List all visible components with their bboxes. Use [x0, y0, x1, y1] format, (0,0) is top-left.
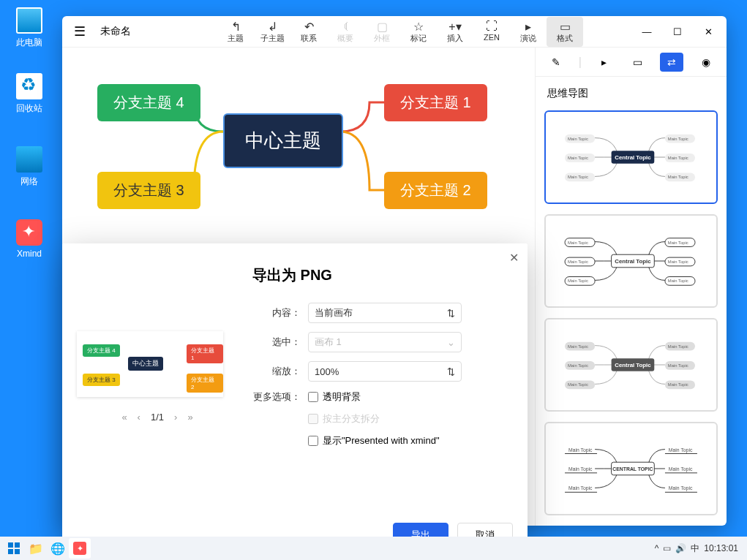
clock[interactable]: 10:13:01: [704, 543, 738, 553]
export-preview: 中心主题 分支主题 1 分支主题 2 分支主题 3 分支主题 4 « ‹ 1/1…: [77, 265, 238, 512]
xmind-taskbar-icon[interactable]: ✦: [69, 538, 91, 559]
branch-node-1[interactable]: 分支主题 1: [384, 84, 487, 121]
window-controls: — ☐ ✕: [631, 20, 724, 43]
svg-text:Main Topic: Main Topic: [668, 260, 688, 264]
recycle-icon: [16, 73, 42, 99]
tray-chevron-icon[interactable]: ^: [655, 543, 659, 553]
brush-tab[interactable]: ✎: [544, 53, 568, 72]
note-tab[interactable]: ▭: [626, 53, 650, 72]
tool-icon: +▾: [448, 20, 461, 33]
toolbar-标记[interactable]: ☆标记: [400, 17, 437, 47]
tool-icon: ☆: [413, 20, 424, 33]
desktop-recycle-bin[interactable]: 回收站: [7, 73, 51, 115]
svg-text:Main Topic: Main Topic: [568, 175, 588, 179]
svg-text:Central Topic: Central Topic: [615, 258, 651, 265]
tray-network-icon[interactable]: ▭: [663, 543, 671, 553]
pager-prev-icon[interactable]: ‹: [138, 412, 140, 423]
desktop-label: Xmind: [7, 249, 51, 259]
svg-text:Main Topic: Main Topic: [668, 156, 688, 160]
svg-text:Main Topic: Main Topic: [668, 137, 688, 141]
document-title: 未命名: [100, 25, 188, 38]
selected-select: 画布 1⌄: [308, 332, 462, 352]
desktop-label: 此电脑: [7, 37, 51, 49]
structure-tab[interactable]: ⇄: [660, 53, 683, 72]
tool-icon: ▢: [377, 20, 388, 33]
content-select[interactable]: 当前画布⇅: [308, 303, 462, 323]
start-button[interactable]: [3, 538, 25, 559]
toolbar-ZEN[interactable]: ⛶ZEN: [473, 17, 510, 47]
pager-last-icon[interactable]: »: [187, 412, 192, 423]
network-icon: [16, 146, 42, 173]
branch-node-2[interactable]: 分支主题 2: [384, 172, 487, 209]
preview-center: 中心主题: [128, 357, 163, 371]
preview-b3: 分支主题 3: [83, 374, 120, 386]
template-option[interactable]: Main TopicMain TopicMain TopicMain Topic…: [544, 214, 718, 308]
monitor-icon: [16, 7, 42, 34]
center-topic-node[interactable]: 中心主题: [223, 113, 343, 168]
svg-text:Main Topic: Main Topic: [568, 137, 588, 141]
svg-text:Main Topic: Main Topic: [568, 466, 593, 472]
svg-text:Main Topic: Main Topic: [568, 344, 588, 349]
toolbar: ↰主题↲子主题↶联系⟬概要▢外框☆标记+▾插入⛶ZEN▸演说▭格式: [217, 17, 583, 47]
transparent-bg-checkbox[interactable]: 透明背景: [308, 390, 361, 404]
preview-b4: 分支主题 4: [83, 344, 120, 357]
svg-text:Main Topic: Main Topic: [668, 363, 688, 368]
toolbar-外框: ▢外框: [364, 17, 400, 47]
preview-b1: 分支主题 1: [187, 344, 223, 363]
edge-taskbar-icon[interactable]: 🌐: [47, 538, 69, 559]
ime-indicator[interactable]: 中: [691, 542, 699, 555]
toolbar-格式[interactable]: ▭格式: [547, 17, 583, 47]
updown-icon: ⇅: [447, 366, 455, 377]
toolbar-主题[interactable]: ↰主题: [217, 17, 254, 47]
desktop-label: 回收站: [7, 102, 51, 115]
pager-next-icon[interactable]: ›: [174, 412, 177, 423]
svg-text:Main Topic: Main Topic: [668, 344, 688, 349]
tool-icon: ▭: [560, 20, 571, 33]
content-area: 中心主题 分支主题 1 分支主题 2 分支主题 3 分支主题 4 ✎ | ▸ ▭…: [62, 48, 727, 526]
minimize-button[interactable]: —: [631, 20, 662, 43]
preview-pager: « ‹ 1/1 › »: [77, 412, 238, 423]
pager-first-icon[interactable]: «: [121, 412, 127, 423]
desktop-this-pc[interactable]: 此电脑: [7, 7, 51, 49]
svg-text:Main Topic: Main Topic: [669, 466, 693, 472]
tray-volume-icon[interactable]: 🔊: [675, 543, 686, 553]
svg-rect-58: [8, 549, 13, 554]
svg-text:Main Topic: Main Topic: [668, 382, 688, 387]
play-tab[interactable]: ▸: [592, 53, 615, 72]
panel-tabs: ✎ | ▸ ▭ ⇄ ◉: [536, 48, 727, 77]
zoom-select[interactable]: 100%⇅: [308, 361, 462, 382]
tool-icon: ↰: [231, 20, 241, 33]
dialog-close-button[interactable]: ✕: [509, 251, 519, 265]
template-list: Main TopicMain TopicMain TopicMain Topic…: [536, 110, 727, 526]
template-option[interactable]: Main TopicMain TopicMain TopicMain Topic…: [544, 318, 718, 412]
toolbar-概要: ⟬概要: [327, 17, 364, 47]
template-option[interactable]: Main TopicMain TopicMain TopicMain Topic…: [544, 422, 718, 515]
svg-text:Main Topic: Main Topic: [668, 279, 688, 283]
chevron-down-icon: ⌄: [447, 337, 455, 348]
template-option[interactable]: Main TopicMain TopicMain TopicMain Topic…: [544, 110, 718, 204]
desktop-label: 网络: [7, 175, 51, 188]
split-branches-checkbox: 按主分支拆分: [308, 412, 380, 425]
pager-position: 1/1: [151, 412, 164, 423]
explorer-taskbar-icon[interactable]: 📁: [25, 538, 47, 559]
presented-with-checkbox[interactable]: 显示"Presented with xmind": [308, 434, 440, 447]
desktop-network[interactable]: 网络: [7, 146, 51, 188]
toolbar-插入[interactable]: +▾插入: [437, 17, 473, 47]
menu-button[interactable]: ☰: [65, 23, 94, 39]
svg-text:Central Topic: Central Topic: [615, 362, 651, 368]
svg-text:Main Topic: Main Topic: [568, 485, 593, 491]
style-tab[interactable]: ◉: [694, 53, 718, 72]
toolbar-演说[interactable]: ▸演说: [510, 17, 547, 47]
toolbar-联系[interactable]: ↶联系: [290, 17, 327, 47]
desktop-xmind[interactable]: Xmind: [7, 219, 51, 259]
close-button[interactable]: ✕: [693, 20, 724, 43]
tool-icon: ↲: [268, 20, 277, 33]
svg-text:Central Topic: Central Topic: [615, 154, 651, 161]
svg-text:Main Topic: Main Topic: [568, 447, 593, 453]
maximize-button[interactable]: ☐: [662, 20, 693, 43]
branch-node-4[interactable]: 分支主题 4: [97, 84, 200, 121]
toolbar-子主题[interactable]: ↲子主题: [254, 17, 290, 47]
selected-label: 选中：: [252, 336, 308, 349]
branch-node-3[interactable]: 分支主题 3: [97, 172, 200, 209]
export-png-dialog: ✕ 中心主题 分支主题 1 分支主题 2 分支主题 3 分支主题 4 « ‹ 1…: [62, 243, 528, 558]
